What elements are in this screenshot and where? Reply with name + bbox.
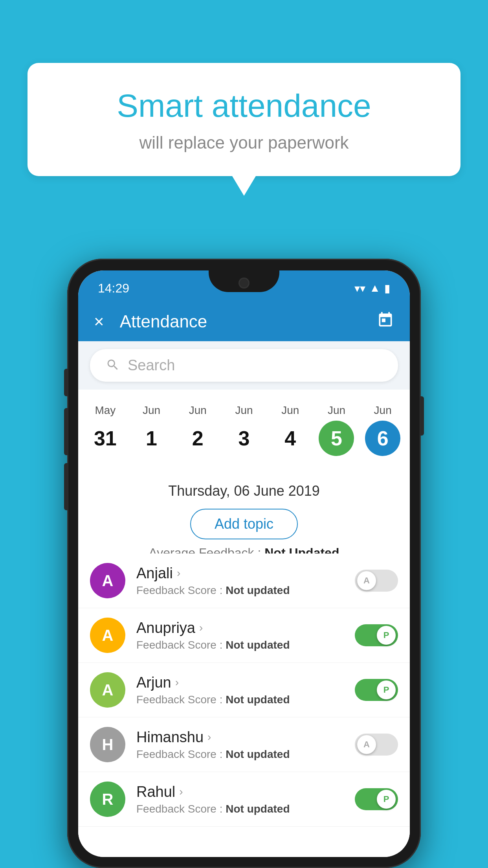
phone-mockup: 14:29 ▾▾ ▲ ▮ × Attendance: [67, 259, 421, 868]
volume-down-button: [64, 463, 68, 510]
app-header: × Attendance: [78, 302, 410, 341]
feedback-value: Not updated: [226, 693, 290, 706]
date-column[interactable]: Jun3: [221, 404, 267, 456]
avatar: A: [90, 618, 125, 653]
students-list: AAnjali ›Feedback Score : Not updatedAAA…: [78, 554, 410, 857]
add-topic-button[interactable]: Add topic: [190, 509, 298, 539]
phone-screen: 14:29 ▾▾ ▲ ▮ × Attendance: [78, 270, 410, 857]
attendance-toggle[interactable]: P: [355, 624, 398, 646]
search-icon: [106, 358, 120, 373]
speech-bubble-tail: [232, 176, 256, 196]
date-column[interactable]: Jun2: [174, 404, 221, 456]
bubble-subtitle: will replace your paperwork: [59, 133, 429, 153]
feedback-score: Feedback Score : Not updated: [136, 584, 344, 597]
feedback-score: Feedback Score : Not updated: [136, 639, 344, 651]
date-month-label: Jun: [281, 404, 299, 417]
status-time: 14:29: [98, 277, 129, 296]
toggle-knob: P: [377, 626, 396, 645]
volume-up-button: [64, 408, 68, 455]
attendance-toggle[interactable]: P: [355, 679, 398, 701]
student-row[interactable]: AAnupriya ›Feedback Score : Not updatedP: [78, 608, 410, 663]
date-month-label: May: [95, 404, 116, 417]
chevron-icon: ›: [199, 622, 203, 634]
feedback-value: Not updated: [226, 584, 290, 596]
student-name: Rahul ›: [136, 783, 344, 800]
date-column[interactable]: Jun1: [128, 404, 175, 456]
date-column[interactable]: Jun5: [314, 404, 360, 456]
student-info: Arjun ›Feedback Score : Not updated: [136, 674, 344, 706]
feedback-value: Not updated: [226, 803, 290, 815]
date-number[interactable]: 3: [226, 421, 262, 456]
silent-button: [64, 369, 68, 396]
header-title: Attendance: [120, 312, 377, 331]
avatar: R: [90, 782, 125, 817]
close-button[interactable]: ×: [94, 312, 104, 331]
feedback-score: Feedback Score : Not updated: [136, 748, 344, 761]
speech-bubble: Smart attendance will replace your paper…: [28, 63, 460, 176]
student-name: Anupriya ›: [136, 620, 344, 636]
feedback-value: Not updated: [226, 639, 290, 651]
phone-notch: [209, 270, 279, 292]
feedback-score: Feedback Score : Not updated: [136, 803, 344, 815]
date-number[interactable]: 31: [88, 421, 123, 456]
status-icons: ▾▾ ▲ ▮: [354, 278, 390, 295]
date-number[interactable]: 6: [365, 421, 400, 456]
student-info: Anupriya ›Feedback Score : Not updated: [136, 620, 344, 651]
avatar: A: [90, 672, 125, 708]
front-camera: [238, 278, 250, 289]
wifi-icon: ▾▾: [354, 282, 365, 295]
calendar-icon[interactable]: [377, 311, 394, 332]
date-month-label: Jun: [235, 404, 253, 417]
chevron-icon: ›: [207, 731, 211, 743]
student-name: Himanshu ›: [136, 729, 344, 746]
student-row[interactable]: AArjun ›Feedback Score : Not updatedP: [78, 663, 410, 717]
student-name: Arjun ›: [136, 674, 344, 691]
avatar: A: [90, 563, 125, 598]
chevron-icon: ›: [179, 785, 183, 798]
toggle-knob: P: [377, 680, 396, 699]
chevron-icon: ›: [175, 676, 179, 689]
date-month-label: Jun: [189, 404, 207, 417]
toggle-knob: A: [357, 735, 376, 754]
date-month-label: Jun: [143, 404, 160, 417]
bubble-title: Smart attendance: [59, 86, 429, 125]
search-container: Search: [78, 341, 410, 390]
date-column[interactable]: Jun6: [360, 404, 406, 456]
toggle-knob: P: [377, 790, 396, 809]
avatar: H: [90, 727, 125, 762]
attendance-toggle[interactable]: P: [355, 788, 398, 810]
power-button: [420, 396, 424, 436]
search-input[interactable]: Search: [128, 357, 175, 374]
chevron-icon: ›: [177, 567, 180, 579]
date-number[interactable]: 4: [273, 421, 308, 456]
feedback-score: Feedback Score : Not updated: [136, 693, 344, 706]
selected-date-label: Thursday, 06 June 2019: [168, 483, 320, 499]
signal-icon: ▲: [369, 282, 380, 294]
attendance-toggle[interactable]: A: [355, 734, 398, 756]
date-number[interactable]: 5: [319, 421, 354, 456]
attendance-toggle[interactable]: A: [355, 570, 398, 592]
date-month-label: Jun: [328, 404, 345, 417]
date-column[interactable]: May31: [82, 404, 128, 456]
date-column[interactable]: Jun4: [267, 404, 314, 456]
battery-icon: ▮: [384, 282, 390, 295]
student-info: Himanshu ›Feedback Score : Not updated: [136, 729, 344, 761]
date-month-label: Jun: [374, 404, 392, 417]
date-number[interactable]: 1: [134, 421, 169, 456]
student-info: Rahul ›Feedback Score : Not updated: [136, 783, 344, 815]
calendar-row: May31Jun1Jun2Jun3Jun4Jun5Jun6: [78, 396, 410, 464]
toggle-knob: A: [357, 571, 376, 590]
speech-bubble-container: Smart attendance will replace your paper…: [28, 63, 460, 196]
student-row[interactable]: AAnjali ›Feedback Score : Not updatedA: [78, 554, 410, 608]
date-number[interactable]: 2: [180, 421, 215, 456]
feedback-value: Not updated: [226, 748, 290, 760]
student-row[interactable]: RRahul ›Feedback Score : Not updatedP: [78, 772, 410, 827]
student-name: Anjali ›: [136, 565, 344, 582]
search-bar[interactable]: Search: [90, 349, 398, 382]
student-row[interactable]: HHimanshu ›Feedback Score : Not updatedA: [78, 717, 410, 772]
student-info: Anjali ›Feedback Score : Not updated: [136, 565, 344, 597]
